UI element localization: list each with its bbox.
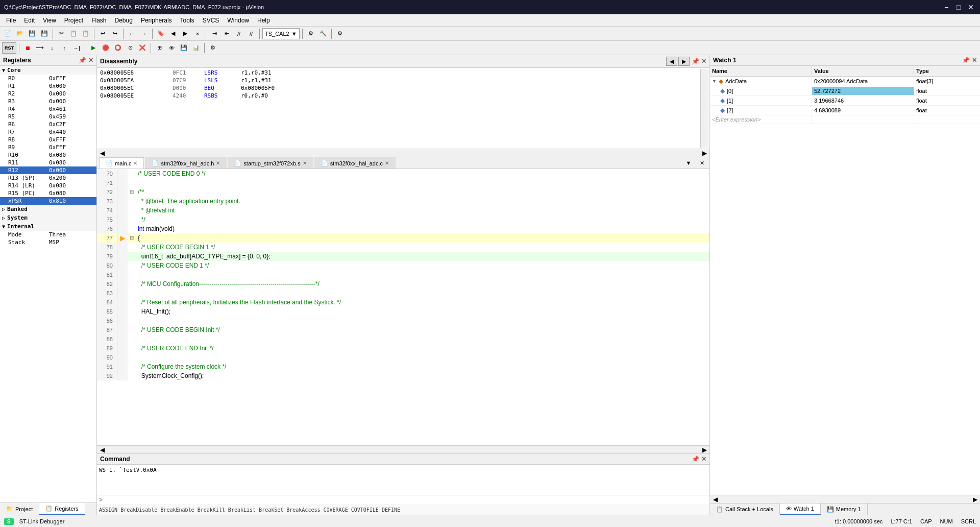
menu-help[interactable]: Help [253, 16, 274, 25]
menu-view[interactable]: View [39, 16, 60, 25]
registers-close-button[interactable]: ✕ [88, 57, 93, 64]
watch-row-adcdata[interactable]: ▼ ◆ AdcData 0x20000094 AdcData float[3] [710, 77, 980, 86]
code-scroll-left[interactable]: ◀ [97, 446, 107, 453]
code-scroll-right[interactable]: ▶ [699, 446, 709, 453]
step-out-button[interactable]: ↑ [59, 42, 70, 54]
disasm-scroll-right[interactable]: ▶ [699, 150, 709, 157]
show-watch-button[interactable]: 👁 [166, 42, 177, 54]
bookmark-button[interactable]: 🔖 [155, 28, 166, 39]
unindent-button[interactable]: ⇤ [221, 28, 232, 39]
reg-r12[interactable]: R120x000 [0, 166, 96, 174]
build-button[interactable]: 🔨 [317, 28, 329, 39]
menu-edit[interactable]: Edit [20, 16, 39, 25]
watch-scroll-right[interactable]: ▶ [970, 496, 980, 503]
copy-button[interactable]: 📋 [68, 28, 79, 39]
disassembly-content[interactable]: 0x080005E8 0FC1 LSRS r1,r0,#31 0x080005E… [97, 68, 709, 149]
paste-button[interactable]: 📋 [80, 28, 91, 39]
close-button[interactable]: ✕ [966, 2, 976, 12]
registers-content[interactable]: ▼ Core R00xFFF R10x000 R20x000 R30x000 R… [0, 66, 96, 502]
stop-button[interactable]: ⏹ [22, 42, 33, 54]
tab-hal-adc-c-close[interactable]: ✕ [385, 160, 389, 166]
watch-pin-button[interactable]: 📌 [962, 57, 970, 64]
undo-button[interactable]: ↩ [97, 28, 108, 39]
watch-scroll-left[interactable]: ◀ [710, 496, 720, 503]
disasm-row-3[interactable]: 0x080005EC D000 BEQ 0x080005F0 [98, 84, 700, 92]
show-perf-button[interactable]: 📊 [190, 42, 202, 54]
menu-project[interactable]: Project [60, 16, 87, 25]
new-file-button[interactable]: 📄 [2, 28, 13, 39]
nav-back-button[interactable]: ← [126, 28, 137, 39]
show-memory-button[interactable]: 💾 [178, 42, 189, 54]
comment-button[interactable]: // [233, 28, 244, 39]
command-close-button[interactable]: ✕ [701, 456, 706, 463]
disasm-next-button[interactable]: ▶ [678, 57, 690, 66]
disasm-hscrollbar[interactable]: ◀ ▶ [97, 149, 709, 157]
tab-main-c[interactable]: 📄 main.c ✕ [99, 157, 144, 169]
command-pin-button[interactable]: 📌 [692, 456, 699, 463]
enable-breakpoint-button[interactable]: ⭕ [112, 42, 124, 54]
code-editor[interactable]: 70 /* USER CODE END 0 */ 71 72 [97, 169, 709, 453]
uncomment-button[interactable]: // [246, 28, 257, 39]
watch-row-1[interactable]: ◆ [1] 3.19668746 float [710, 96, 980, 106]
open-button[interactable]: 📂 [14, 28, 26, 39]
tab-hal-adc-h-close[interactable]: ✕ [216, 160, 220, 166]
step-over-button[interactable]: ⟶ [34, 42, 45, 54]
menu-peripherals[interactable]: Peripherals [137, 16, 176, 25]
minimize-button[interactable]: − [941, 2, 951, 12]
menu-svcs[interactable]: SVCS [199, 16, 224, 25]
redo-button[interactable]: ↪ [109, 28, 120, 39]
debug-options-button[interactable]: ⚙ [334, 28, 346, 39]
code-hscrollbar[interactable]: ◀ ▶ [97, 445, 709, 453]
breakpoint-button[interactable]: 🔴 [100, 42, 111, 54]
tab-hal-adc-h[interactable]: 📄 stm32f0xx_hal_adc.h ✕ [145, 157, 227, 169]
build-options-button[interactable]: ⚙ [305, 28, 316, 39]
run-to-cursor-button[interactable]: →| [71, 42, 82, 54]
tab-close-all-button[interactable]: ✕ [696, 157, 707, 169]
tab-main-c-close[interactable]: ✕ [133, 160, 137, 166]
watch-row-enter[interactable]: <Enter expression> [710, 115, 980, 124]
reset-button[interactable]: RST [2, 42, 16, 54]
show-disasm-button[interactable]: ⊞ [154, 42, 165, 54]
save-button[interactable]: 💾 [27, 28, 38, 39]
watch-hscrollbar[interactable]: ◀ ▶ [710, 495, 980, 503]
internal-group[interactable]: ▼ Internal [0, 222, 96, 231]
target-dropdown[interactable]: TS_CAL2 ▼ [262, 28, 300, 39]
step-into-button[interactable]: ↓ [46, 42, 58, 54]
nav-forward-button[interactable]: → [138, 28, 150, 39]
disasm-scrollbar[interactable] [700, 69, 708, 148]
disasm-scroll-left[interactable]: ◀ [97, 150, 107, 157]
banked-group[interactable]: ▷ Banked [0, 205, 96, 213]
clear-bookmark-button[interactable]: × [192, 28, 203, 39]
menu-tools[interactable]: Tools [176, 16, 199, 25]
maximize-button[interactable]: □ [953, 2, 964, 12]
core-group[interactable]: ▼ Core [0, 66, 96, 75]
menu-debug[interactable]: Debug [111, 16, 137, 25]
tab-memory1[interactable]: 💾 Memory 1 [821, 504, 868, 515]
tab-list-button[interactable]: ▼ [683, 157, 694, 169]
menu-window[interactable]: Window [223, 16, 253, 25]
tab-startup-s-close[interactable]: ✕ [303, 160, 307, 166]
watch-row-0[interactable]: ◆ [0] 52.727272 float [710, 86, 980, 96]
next-bookmark-button[interactable]: ▶ [180, 28, 191, 39]
command-input-field[interactable] [105, 497, 707, 504]
watch-row-2[interactable]: ◆ [2] 4.6930089 float [710, 106, 980, 115]
watch-close-button[interactable]: ✕ [972, 57, 977, 64]
disassembly-pin-button[interactable]: 📌 [692, 58, 699, 65]
save-all-button[interactable]: 💾 [39, 28, 50, 39]
tab-project[interactable]: 📁 Project [0, 503, 39, 515]
tab-hal-adc-c[interactable]: 📄 stm32f0xx_hal_adc.c ✕ [314, 157, 396, 169]
disasm-row-1[interactable]: 0x080005E8 0FC1 LSRS r1,r0,#31 [98, 69, 700, 77]
cut-button[interactable]: ✂ [56, 28, 67, 39]
menu-file[interactable]: File [2, 16, 20, 25]
reg-xpsr[interactable]: xPSR0x810 [0, 197, 96, 205]
disable-breakpoint-button[interactable]: ⊙ [125, 42, 136, 54]
disasm-prev-button[interactable]: ◀ [666, 57, 677, 66]
disassembly-close-button[interactable]: ✕ [701, 58, 706, 65]
disasm-row-2[interactable]: 0x080005EA 07C9 LSLS r1,r1,#31 [98, 77, 700, 84]
indent-button[interactable]: ⇥ [209, 28, 220, 39]
system-group[interactable]: ▷ System [0, 213, 96, 222]
tab-registers[interactable]: 📋 Registers [39, 503, 85, 515]
registers-pin-button[interactable]: 📌 [79, 57, 86, 64]
menu-flash[interactable]: Flash [87, 16, 110, 25]
code-scroll-area[interactable]: 70 /* USER CODE END 0 */ 71 72 [97, 169, 709, 445]
